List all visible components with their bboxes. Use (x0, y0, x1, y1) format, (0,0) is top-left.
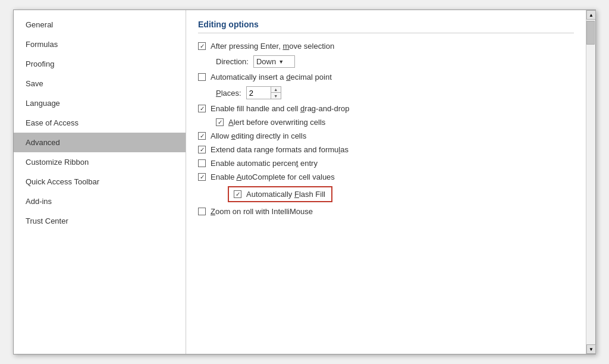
content-area: Editing options After pressing Enter, mo… (186, 10, 586, 354)
checkbox-icon-flash-fill (234, 190, 241, 198)
sidebar-item-quick-access-toolbar[interactable]: Quick Access Toolbar (14, 172, 186, 192)
option-row-decimal-point: Automatically insert a decimal point (198, 73, 574, 81)
sidebar-item-advanced[interactable]: Advanced (14, 133, 186, 152)
checkbox-icon-move-selection (198, 42, 206, 50)
checkbox-icon-alert-overwrite (216, 118, 224, 126)
direction-label: Direction: (216, 57, 249, 66)
label-zoom-roll: Zoom on roll with IntelliMouse (211, 207, 313, 216)
places-row: Places: ▲ ▼ (198, 86, 574, 99)
label-extend-formats: Extend data range formats and formulas (211, 145, 349, 154)
option-row-zoom-roll: Zoom on roll with IntelliMouse (198, 207, 574, 216)
label-flash-fill: Automatically Flash Fill (246, 190, 325, 199)
checkbox-icon-autocomplete (198, 173, 206, 181)
scrollbar[interactable]: ▲ ▼ (586, 10, 595, 354)
option-row-editing-directly: Allow editing directly in cells (198, 131, 574, 140)
direction-select[interactable]: Down ▼ (253, 55, 295, 68)
option-row-extend-formats: Extend data range formats and formulas (198, 145, 574, 154)
label-fill-handle: Enable fill handle and cell drag-and-dro… (211, 104, 349, 113)
checkbox-icon-fill-handle (198, 105, 206, 112)
label-percent-entry: Enable automatic percent entry (211, 159, 318, 168)
flash-fill-container: Automatically Flash Fill (198, 186, 574, 202)
checkbox-decimal-point[interactable]: Automatically insert a decimal point (198, 73, 332, 81)
sidebar-item-ease-of-access[interactable]: Ease of Access (14, 113, 186, 133)
section-title: Editing options (198, 20, 574, 33)
sidebar-item-save[interactable]: Save (14, 74, 186, 93)
checkbox-percent-entry[interactable]: Enable automatic percent entry (198, 159, 318, 168)
dropdown-arrow-icon: ▼ (278, 59, 284, 65)
checkbox-icon-percent-entry (198, 159, 206, 167)
checkbox-icon-zoom-roll (198, 208, 206, 215)
checkbox-icon-editing-directly (198, 132, 206, 140)
sidebar-item-general[interactable]: General (14, 15, 186, 34)
direction-select-value: Down (256, 57, 276, 66)
checkbox-move-selection[interactable]: After pressing Enter, move selection (198, 42, 334, 51)
checkbox-alert-overwrite[interactable]: Alert before overwriting cells (216, 118, 325, 127)
direction-row: Direction: Down ▼ (198, 55, 574, 68)
sidebar-item-add-ins[interactable]: Add-ins (14, 192, 186, 211)
option-row-fill-handle: Enable fill handle and cell drag-and-dro… (198, 104, 574, 113)
label-decimal-point: Automatically insert a decimal point (211, 73, 332, 81)
label-editing-directly: Allow editing directly in cells (211, 131, 306, 140)
places-arrows: ▲ ▼ (271, 87, 281, 99)
option-row-percent-entry: Enable automatic percent entry (198, 159, 574, 168)
checkbox-extend-formats[interactable]: Extend data range formats and formulas (198, 145, 349, 154)
label-alert-overwrite: Alert before overwriting cells (228, 118, 325, 127)
sidebar: General Formulas Proofing Save Language … (14, 10, 186, 354)
label-move-selection: After pressing Enter, move selection (211, 42, 334, 51)
places-spinner[interactable]: ▲ ▼ (246, 86, 281, 99)
checkbox-editing-directly[interactable]: Allow editing directly in cells (198, 131, 306, 140)
sidebar-item-proofing[interactable]: Proofing (14, 54, 186, 74)
scrollbar-thumb[interactable] (586, 21, 595, 45)
option-row-autocomplete: Enable AutoComplete for cell values (198, 172, 574, 181)
sidebar-item-language[interactable]: Language (14, 93, 186, 113)
checkbox-zoom-roll[interactable]: Zoom on roll with IntelliMouse (198, 207, 313, 216)
checkbox-icon-extend-formats (198, 146, 206, 153)
scrollbar-up-button[interactable]: ▲ (586, 10, 596, 20)
checkbox-flash-fill[interactable]: Automatically Flash Fill (234, 190, 325, 199)
content-scroll[interactable]: Editing options After pressing Enter, mo… (186, 10, 586, 354)
sidebar-item-customize-ribbon[interactable]: Customize Ribbon (14, 152, 186, 172)
option-row-alert-overwrite: Alert before overwriting cells (198, 118, 574, 127)
sidebar-item-trust-center[interactable]: Trust Center (14, 211, 186, 231)
checkbox-autocomplete[interactable]: Enable AutoComplete for cell values (198, 172, 335, 181)
scrollbar-down-button[interactable]: ▼ (586, 344, 596, 354)
flash-fill-highlighted: Automatically Flash Fill (228, 186, 332, 202)
checkbox-icon-decimal-point (198, 73, 206, 81)
places-arrow-up[interactable]: ▲ (271, 87, 281, 93)
sidebar-item-formulas[interactable]: Formulas (14, 34, 186, 54)
places-input[interactable] (247, 87, 271, 99)
checkbox-fill-handle[interactable]: Enable fill handle and cell drag-and-dro… (198, 104, 349, 113)
label-autocomplete: Enable AutoComplete for cell values (211, 172, 335, 181)
option-row-move-selection: After pressing Enter, move selection (198, 42, 574, 51)
scrollbar-track[interactable] (586, 20, 595, 344)
places-label: Places: (216, 89, 241, 98)
places-arrow-down[interactable]: ▼ (271, 93, 281, 99)
